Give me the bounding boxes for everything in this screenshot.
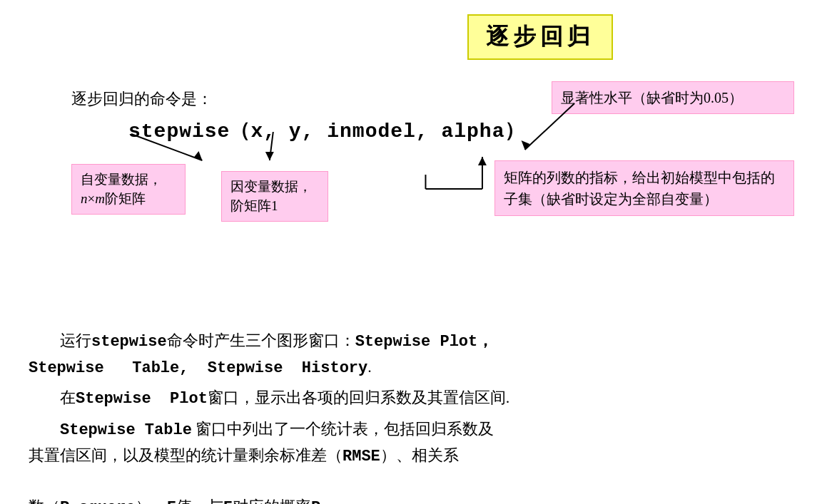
- subset-annotation: 矩阵的列数的指标，给出初始模型中包括的子集（缺省时设定为全部自变量）: [494, 160, 794, 216]
- title-box: 逐步回归: [467, 14, 613, 60]
- page-title: 逐步回归: [486, 24, 594, 49]
- cmd-syntax: stepwise（x, y, inmodel, alpha）: [128, 117, 808, 144]
- svg-marker-3: [194, 151, 203, 160]
- independent-annotation: 自变量数据，n×m阶矩阵: [71, 164, 186, 215]
- para-3: Stepwise Table 窗口中列出了一个统计表，包括回归系数及 其置信区间…: [29, 416, 808, 504]
- page-container: 逐步回归 显著性水平（缺省时为0.05） 逐步回归的命令是： stepwise（…: [0, 0, 837, 504]
- annotations-area: 自变量数据，n×m阶矩阵 因变量数据，阶矩阵1 矩阵的列数的指标，给出初始模型中…: [29, 150, 808, 307]
- content-area: 显著性水平（缺省时为0.05） 逐步回归的命令是： stepwise（x, y,…: [29, 88, 808, 504]
- svg-marker-5: [265, 152, 274, 160]
- description-section: 运行stepwise命令时产生三个图形窗口：Stepwise Plot， Ste…: [29, 328, 808, 504]
- para-1: 运行stepwise命令时产生三个图形窗口：Stepwise Plot， Ste…: [29, 328, 808, 381]
- para-2: 在Stepwise Plot窗口，显示出各项的回归系数及其置信区间.: [29, 385, 808, 411]
- significance-annotation: 显著性水平（缺省时为0.05）: [552, 81, 794, 114]
- svg-marker-9: [478, 157, 487, 165]
- dependent-annotation: 因变量数据，阶矩阵1: [221, 171, 328, 222]
